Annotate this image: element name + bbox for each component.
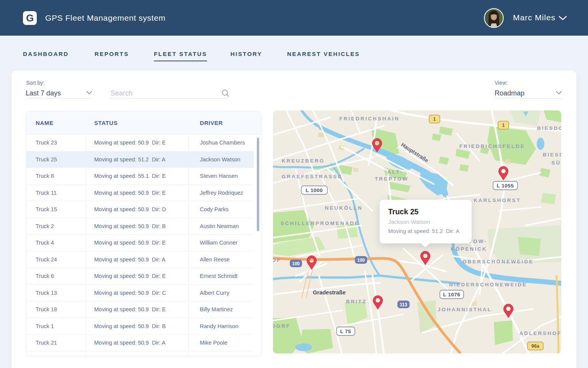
svg-text:1: 1 [502, 123, 505, 128]
svg-text:FRIEDRICHSFELDE: FRIEDRICHSFELDE [459, 143, 525, 149]
svg-text:KARLSHORST: KARLSHORST [474, 197, 521, 203]
svg-text:BIESD: BIESD [543, 152, 561, 158]
svg-text:Jackson Watson: Jackson Watson [388, 219, 430, 225]
svg-text:TOW-: TOW- [469, 238, 487, 244]
svg-text:SÜ: SÜ [552, 160, 561, 166]
svg-text:OBERSCHÖNEWEIDE: OBERSCHÖNEWEIDE [462, 259, 534, 264]
svg-text:FRIEDRICHSHAIN: FRIEDRICHSHAIN [339, 116, 400, 122]
svg-text:TREPTOW: TREPTOW [375, 176, 408, 182]
svg-text:96a: 96a [531, 343, 540, 349]
svg-text:NEUKÖLLN: NEUKÖLLN [325, 205, 363, 211]
svg-text:113: 113 [400, 302, 407, 307]
svg-text:L 1055: L 1055 [497, 183, 514, 189]
svg-text:1: 1 [433, 117, 436, 122]
svg-text:KÖPENICK: KÖPENICK [451, 246, 487, 252]
svg-text:L 75: L 75 [340, 329, 351, 334]
svg-text:BIESDO: BIESDO [537, 125, 561, 131]
svg-text:NIEDERSCHÖNEWEIDE: NIEDERSCHÖNEWEIDE [449, 282, 527, 288]
svg-text:Gradestraße: Gradestraße [313, 289, 345, 296]
svg-text:SCHILLERPROMENADE: SCHILLERPROMENADE [281, 220, 359, 226]
svg-text:100: 100 [292, 261, 300, 266]
svg-text:OF: OF [273, 257, 281, 263]
svg-text:BRITZ: BRITZ [346, 299, 367, 304]
svg-text:GRAEFESTRASSE: GRAEFESTRASSE [281, 174, 342, 179]
svg-text:L 1000: L 1000 [306, 187, 323, 193]
svg-text:KREUZBERG: KREUZBERG [282, 158, 325, 164]
svg-text:Moving at speed: 51.2 Dir: A: Moving at speed: 51.2 Dir: A [388, 228, 460, 234]
svg-text:100: 100 [357, 258, 365, 263]
svg-text:L 1076: L 1076 [443, 292, 461, 297]
svg-text:ALT-: ALT- [387, 169, 403, 175]
svg-text:Truck 25: Truck 25 [388, 207, 418, 216]
svg-text:JOHANNISTHAL: JOHANNISTHAL [438, 307, 492, 312]
svg-text:ADLERSHOF: ADLERSHOF [519, 330, 562, 336]
svg-text:DORF: DORF [273, 323, 291, 329]
